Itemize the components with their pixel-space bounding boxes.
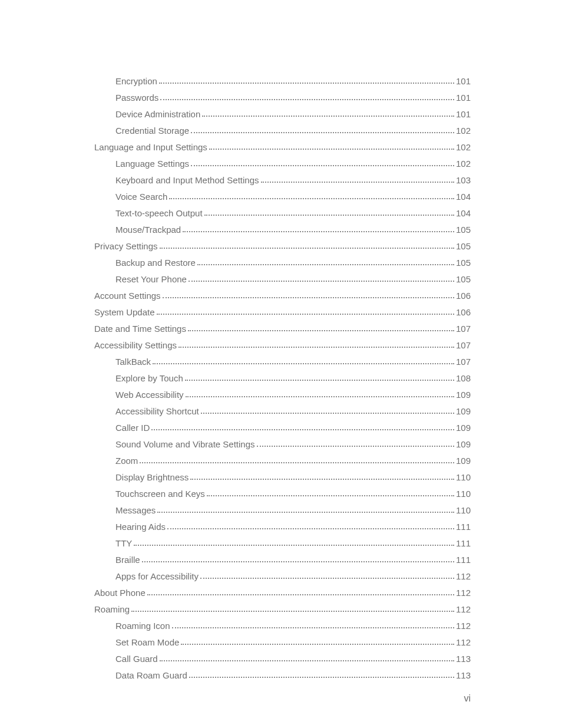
toc-entry[interactable]: Reset Your Phone105 [94, 275, 471, 284]
toc-entry-label: Keyboard and Input Method Settings [115, 176, 259, 185]
toc-entry[interactable]: Sound Volume and Vibrate Settings109 [94, 440, 471, 449]
toc-entry[interactable]: Credential Storage102 [94, 126, 471, 135]
toc-entry[interactable]: Set Roam Mode112 [94, 638, 471, 647]
toc-leader-dots [151, 429, 454, 430]
toc-entry-label: Reset Your Phone [115, 275, 187, 284]
toc-entry-page: 107 [456, 324, 471, 333]
toc-entry[interactable]: Encryption101 [94, 77, 471, 85]
toc-entry-page: 109 [456, 407, 471, 416]
toc-entry[interactable]: System Update106 [94, 308, 471, 317]
toc-entry-page: 101 [456, 93, 471, 102]
toc-entry[interactable]: Call Guard113 [94, 654, 471, 663]
toc-entry[interactable]: Language and Input Settings102 [94, 143, 471, 151]
toc-leader-dots [160, 660, 454, 661]
toc-entry[interactable]: Hearing Aids111 [94, 522, 471, 531]
page-number: vi [464, 694, 471, 703]
toc-entry[interactable]: TTY111 [94, 539, 471, 548]
toc-entry-label: Roaming Icon [115, 621, 170, 630]
toc-entry-label: Messages [115, 506, 156, 515]
toc-leader-dots [153, 363, 454, 364]
toc-entry[interactable]: Language Settings102 [94, 159, 471, 168]
toc-entry-page: 101 [456, 77, 471, 85]
toc-entry[interactable]: Messages110 [94, 506, 471, 515]
toc-entry-page: 106 [456, 291, 471, 300]
toc-entry[interactable]: Passwords101 [94, 93, 471, 102]
toc-entry[interactable]: Accessibility Shortcut109 [94, 407, 471, 416]
toc-leader-dots [209, 149, 454, 150]
toc-leader-dots [197, 264, 454, 265]
toc-entry-label: Data Roam Guard [115, 671, 187, 680]
toc-leader-dots [160, 248, 454, 249]
toc-entry-page: 105 [456, 225, 471, 234]
toc-leader-dots [202, 116, 454, 117]
toc-entry-page: 110 [456, 473, 471, 482]
toc-entry[interactable]: TalkBack107 [94, 357, 471, 366]
toc-entry-label: Caller ID [115, 423, 150, 432]
toc-entry-page: 104 [456, 192, 471, 201]
toc-entry[interactable]: Roaming Icon112 [94, 621, 471, 630]
toc-leader-dots [160, 99, 454, 100]
toc-entry-label: System Update [94, 308, 155, 317]
toc-entry[interactable]: Voice Search104 [94, 192, 471, 201]
toc-leader-dots [163, 297, 454, 298]
toc-entry[interactable]: Braille111 [94, 555, 471, 564]
toc-entry-page: 112 [456, 572, 471, 581]
toc-leader-dots [172, 627, 454, 628]
toc-leader-dots [169, 198, 454, 199]
toc-entry[interactable]: Web Accessibility109 [94, 390, 471, 399]
toc-entry[interactable]: Backup and Restore105 [94, 258, 471, 267]
toc-entry-page: 109 [456, 456, 471, 465]
toc-entry[interactable]: Touchscreen and Keys110 [94, 489, 471, 498]
toc-entry-page: 112 [456, 588, 471, 597]
toc-entry-label: Passwords [115, 93, 158, 102]
toc-entry-page: 111 [456, 539, 471, 548]
toc-leader-dots [167, 528, 454, 529]
toc-entry[interactable]: Roaming112 [94, 605, 471, 614]
toc-entry-page: 105 [456, 275, 471, 284]
toc-leader-dots [142, 561, 454, 562]
toc-leader-dots [186, 396, 454, 397]
toc-entry[interactable]: Text-to-speech Output104 [94, 209, 471, 218]
toc-entry-page: 107 [456, 357, 471, 366]
toc-entry-page: 110 [456, 489, 471, 498]
toc-entry-label: Call Guard [115, 654, 158, 663]
toc-leader-dots [201, 413, 454, 414]
toc-entry-page: 101 [456, 110, 471, 118]
toc-entry[interactable]: Caller ID109 [94, 423, 471, 432]
toc-leader-dots [189, 677, 454, 678]
toc-entry-page: 102 [456, 159, 471, 168]
toc-entry[interactable]: Data Roam Guard113 [94, 671, 471, 680]
toc-entry-label: Language Settings [115, 159, 189, 168]
toc-entry-page: 112 [456, 638, 471, 647]
toc-entry[interactable]: Keyboard and Input Method Settings103 [94, 176, 471, 185]
toc-entry-page: 102 [456, 126, 471, 135]
toc-entry-page: 113 [456, 654, 471, 663]
toc-leader-dots [207, 495, 454, 496]
toc-leader-dots [183, 231, 454, 232]
toc-entry-page: 106 [456, 308, 471, 317]
toc-leader-dots [257, 446, 454, 447]
toc-entry-label: Display Brightness [115, 473, 189, 482]
toc-leader-dots [191, 165, 454, 166]
toc-leader-dots [189, 281, 454, 282]
toc-entry[interactable]: Account Settings106 [94, 291, 471, 300]
toc-entry[interactable]: Device Administration101 [94, 110, 471, 118]
toc-entry[interactable]: Display Brightness110 [94, 473, 471, 482]
toc-entry-page: 110 [456, 506, 471, 515]
toc-leader-dots [178, 347, 454, 348]
toc-entry-label: Braille [115, 555, 140, 564]
toc-entry[interactable]: Apps for Accessibility112 [94, 572, 471, 581]
toc-entry[interactable]: About Phone112 [94, 588, 471, 597]
toc-entry-page: 108 [456, 374, 471, 383]
toc-entry-label: Backup and Restore [115, 258, 196, 267]
toc-entry[interactable]: Zoom109 [94, 456, 471, 465]
toc-entry-page: 111 [456, 522, 471, 531]
toc-entry-label: Text-to-speech Output [115, 209, 203, 218]
toc-entry[interactable]: Explore by Touch108 [94, 374, 471, 383]
toc-entry[interactable]: Privacy Settings105 [94, 242, 471, 251]
toc-entry[interactable]: Mouse/Trackpad105 [94, 225, 471, 234]
toc-entry-label: Voice Search [115, 192, 167, 201]
toc-entry-label: Language and Input Settings [94, 143, 207, 151]
toc-entry[interactable]: Date and Time Settings107 [94, 324, 471, 333]
toc-entry[interactable]: Accessibility Settings107 [94, 341, 471, 350]
